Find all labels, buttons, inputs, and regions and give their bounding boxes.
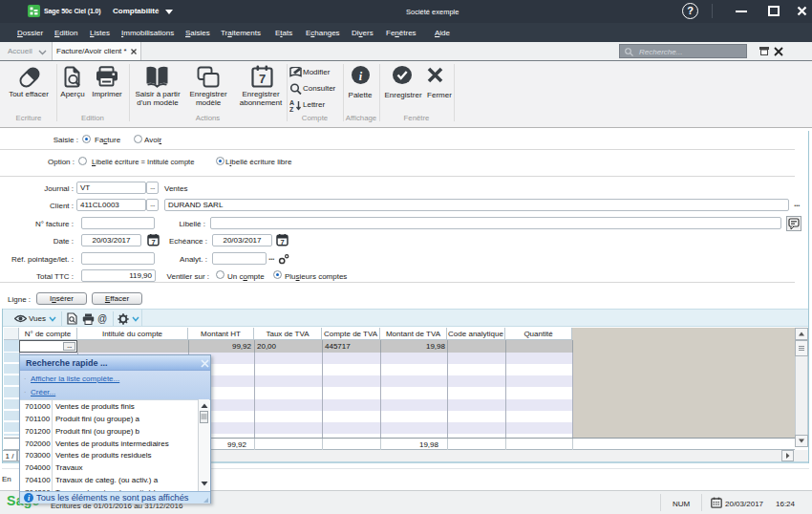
svg-text:A: A (289, 99, 294, 106)
svg-text:7: 7 (281, 238, 285, 246)
svg-text:Z: Z (289, 106, 294, 112)
svg-text:7: 7 (259, 72, 266, 86)
